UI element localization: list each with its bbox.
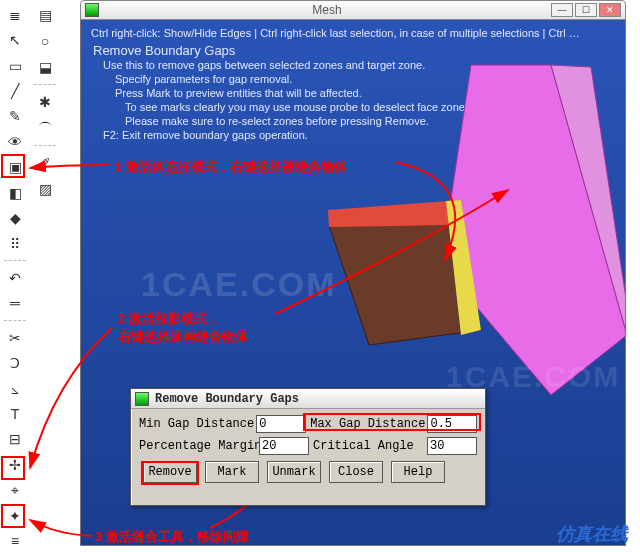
footer-brand: 仿真在线 [556,522,628,546]
tree-icon[interactable]: ⊟ [4,429,26,450]
gap-icon[interactable]: ═ [4,293,26,314]
minimize-button[interactable]: — [551,3,573,17]
watermark: 1CAE.COM [141,265,336,304]
dialog-title: Remove Boundary Gaps [155,392,299,406]
separator [34,145,56,146]
svg-marker-3 [328,200,463,227]
mark-button[interactable]: Mark [205,461,259,483]
angle-icon[interactable]: ⦣ [4,378,26,399]
app-icon [85,3,99,17]
critical-angle-label: Critical Angle [313,439,425,453]
annotation-2: 2 激活投影模式， 右键选择延伸缝合物体 [118,310,248,346]
dialog-remove-gaps: Remove Boundary Gaps Min Gap Distance Ma… [130,388,486,506]
cylinder-icon[interactable]: ⬓ [34,56,56,78]
highlight-align-tool [1,504,25,528]
close-dialog-button[interactable]: Close [329,461,383,483]
clip-icon[interactable]: ✂ [4,327,26,348]
separator [4,260,26,261]
lashes-icon[interactable]: ⏜ [34,117,56,139]
shape-icon[interactable]: ◆ [4,207,26,228]
align-icon[interactable]: ≡ [4,530,26,551]
min-gap-input[interactable] [256,415,306,433]
segment-icon[interactable]: ╱ [4,80,26,101]
separator [4,320,26,321]
window-title: Mesh [105,3,549,17]
annotation-2-line1: 2 激活投影模式， [118,311,220,326]
separator [34,84,56,85]
sphere-icon[interactable]: ○ [34,30,56,52]
box3d-icon[interactable]: ▨ [34,178,56,200]
annotation-2-line2: 右键选择延伸缝合物体 [118,329,248,344]
window-titlebar: Mesh — ☐ ✕ [80,0,626,20]
text-icon[interactable]: T [4,403,26,424]
pct-margin-label: Percentage Margin [139,439,257,453]
critical-angle-input[interactable] [427,437,477,455]
target-icon[interactable]: ⌖ [4,480,26,501]
help-button[interactable]: Help [391,461,445,483]
eye-icon[interactable]: 👁 [4,131,26,152]
highlight-body-select [1,154,25,178]
sketch-icon[interactable]: ✎ [4,106,26,127]
cube-icon[interactable]: ◧ [4,182,26,203]
pct-margin-input[interactable] [259,437,309,455]
highlight-remove-btn [141,461,199,485]
maximize-button[interactable]: ☐ [575,3,597,17]
select-icon[interactable]: ▭ [4,55,26,76]
annotation-3: 3 激活缝合工具，移除间隙 [95,528,249,546]
pencil-icon[interactable]: ✐ [34,152,56,174]
annotation-1: 1 激活体选择模式，右键选择被缝合物体 [115,158,347,176]
highlight-target-tool [1,456,25,480]
app-icon [135,392,149,406]
min-gap-label: Min Gap Distance [139,417,254,431]
cursor-icon[interactable]: ↖ [4,29,26,50]
highlight-max-gap [303,413,481,431]
undo-icon[interactable]: ↶ [4,267,26,288]
close-button[interactable]: ✕ [599,3,621,17]
unmark-button[interactable]: Unmark [267,461,321,483]
fan-icon[interactable]: ✱ [34,91,56,113]
toolbar-secondary: ▤ ○ ⬓ ✱ ⏜ ✐ ▨ [30,0,60,240]
drum-icon[interactable]: ▤ [34,4,56,26]
dialog-titlebar[interactable]: Remove Boundary Gaps [131,389,485,409]
curve-icon[interactable]: Ɔ [4,352,26,373]
dots-icon[interactable]: ⠿ [4,233,26,254]
simplify-icon[interactable]: ≣ [4,4,26,25]
